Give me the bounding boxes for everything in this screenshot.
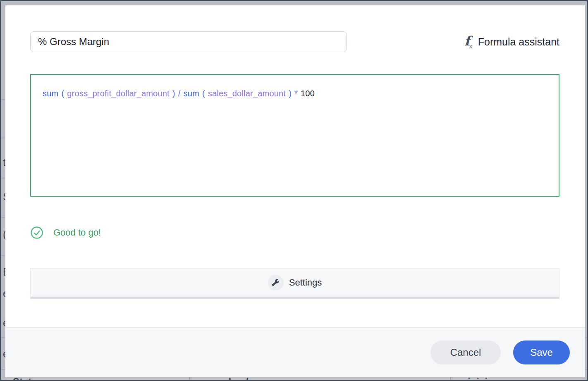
- formula-expression: sum(gross_profit_dollar_amount)/sum(sale…: [43, 88, 547, 99]
- backdrop-row-line: [1, 99, 5, 100]
- formula-token: *: [294, 89, 298, 98]
- formula-token: 100: [301, 89, 315, 98]
- modal-footer: Cancel Save: [5, 327, 585, 377]
- backdrop-row-line: [1, 178, 5, 179]
- check-circle-icon: [30, 226, 43, 239]
- formula-assistant-button[interactable]: fx Formula assistant: [464, 32, 559, 52]
- formula-token: sum: [183, 89, 199, 98]
- formula-token: sales_dollar_amount: [208, 89, 286, 98]
- formula-assistant-label: Formula assistant: [478, 36, 559, 48]
- validation-message: Good to go!: [53, 227, 101, 238]
- backdrop-row-line: [1, 138, 5, 138]
- cancel-button[interactable]: Cancel: [430, 341, 501, 364]
- formula-token: ): [289, 89, 292, 98]
- formula-edit-modal: fx Formula assistant sum(gross_profit_do…: [5, 5, 585, 377]
- save-button[interactable]: Save: [513, 341, 570, 364]
- formula-editor[interactable]: sum(gross_profit_dollar_amount)/sum(sale…: [30, 74, 559, 197]
- backdrop-row-line: [1, 255, 5, 256]
- validation-status: Good to go!: [30, 226, 101, 239]
- wrench-icon: [268, 275, 284, 291]
- backdrop-row-line: [1, 369, 5, 370]
- settings-label: Settings: [289, 277, 322, 288]
- formula-token: gross_profit_dollar_amount: [67, 89, 170, 98]
- formula-token: sum: [43, 89, 58, 98]
- formula-token: (: [61, 89, 64, 98]
- fx-function-icon: fx: [464, 35, 473, 49]
- backdrop-row-line: [1, 337, 5, 338]
- settings-expander[interactable]: Settings: [30, 268, 559, 299]
- formula-name-input[interactable]: [30, 31, 347, 52]
- formula-edit-dialog-screen: tSt(Eeee Statemarylandinicio fx Formula …: [0, 0, 588, 381]
- formula-token: /: [178, 89, 181, 98]
- backdrop-row-line: [1, 217, 5, 218]
- formula-token: ): [172, 89, 175, 98]
- formula-token: (: [202, 89, 205, 98]
